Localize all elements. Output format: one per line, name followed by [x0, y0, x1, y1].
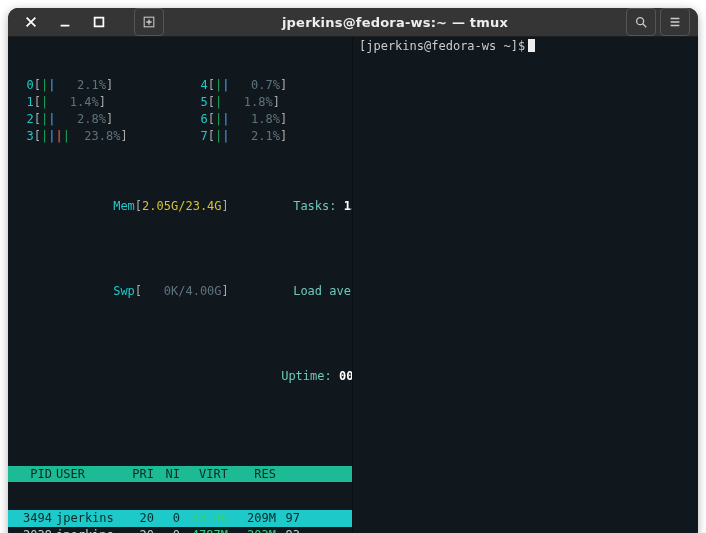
maximize-icon[interactable] — [84, 8, 114, 36]
tasks-v1: 158 — [344, 199, 353, 213]
menu-button[interactable] — [660, 8, 690, 36]
minimize-icon[interactable] — [50, 8, 80, 36]
table-row[interactable]: 3494jperkins 20 0 33.4G 209M 97 — [8, 510, 352, 527]
terminal-body: 0[|| 2.1%] 1[| 1.4%] 2[|| 2.8%] 3[|||| 2… — [8, 37, 698, 533]
uptime-label: Uptime: — [281, 369, 332, 383]
new-tab-button[interactable] — [134, 8, 164, 36]
tmux-pane-right[interactable]: [jperkins@fedora-ws ~]$ — [353, 37, 698, 533]
process-table: PIDUSERPRINIVIRTRES 3494jperkins 20 0 33… — [8, 438, 352, 533]
cpu-meter: 7[|| 2.1%] — [186, 128, 348, 145]
load-label: Load average: — [293, 284, 353, 298]
cpu-meter: 3[|||| 23.8%] — [12, 128, 174, 145]
cursor — [528, 39, 535, 52]
close-icon[interactable] — [16, 8, 46, 36]
cpu-meter: 6[|| 1.8%] — [186, 111, 348, 128]
cpu-meter: 2[|| 2.8%] — [12, 111, 174, 128]
titlebar: jperkins@fedora-ws:~ — tmux — [8, 8, 698, 37]
svg-point-2 — [637, 18, 644, 25]
cpu-meter: 5[| 1.8%] — [186, 94, 348, 111]
table-row[interactable]: 2039jperkins 20 0 4787M 203M 93 — [8, 527, 352, 533]
htop-meters: 0[|| 2.1%] 1[| 1.4%] 2[|| 2.8%] 3[|||| 2… — [8, 37, 352, 438]
table-header[interactable]: PIDUSERPRINIVIRTRES — [8, 466, 352, 482]
cpu-meter: 4[|| 0.7%] — [186, 77, 348, 94]
window-title: jperkins@fedora-ws:~ — tmux — [168, 15, 622, 30]
search-button[interactable] — [626, 8, 656, 36]
cpu-meter: 1[| 1.4%] — [12, 94, 174, 111]
svg-rect-0 — [95, 18, 104, 27]
shell-prompt: [jperkins@fedora-ws ~]$ — [359, 39, 692, 53]
terminal-window: jperkins@fedora-ws:~ — tmux 0[|| 2.1%] 1… — [8, 8, 698, 533]
swp-label: Swp — [113, 284, 135, 298]
cpu-meter: 0[|| 2.1%] — [12, 77, 174, 94]
mem-label: Mem — [113, 199, 135, 213]
tmux-pane-left[interactable]: 0[|| 2.1%] 1[| 1.4%] 2[|| 2.8%] 3[|||| 2… — [8, 37, 353, 533]
uptime-value: 00:08:1 — [339, 369, 353, 383]
tasks-label: Tasks: — [293, 199, 336, 213]
